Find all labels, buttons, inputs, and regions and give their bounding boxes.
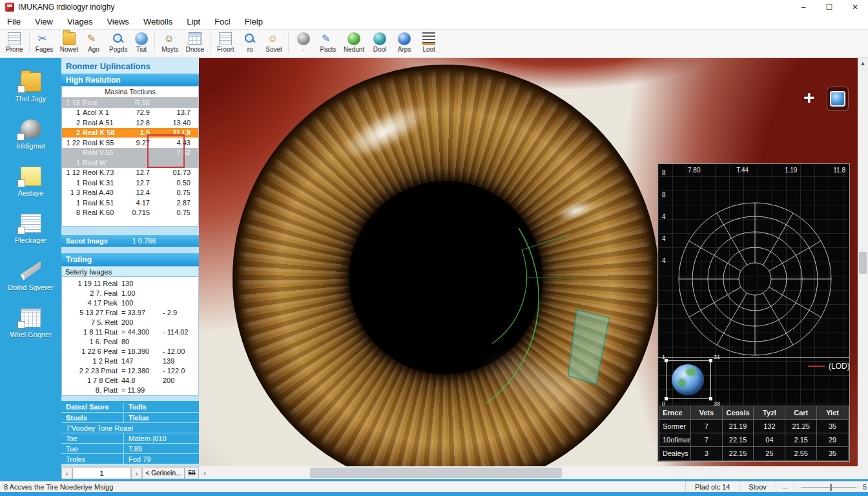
item-label: 1 8 11 Rtat (62, 328, 121, 336)
table-row[interactable]: 1 Real W (62, 158, 198, 168)
detail-row: Toe Matern |010 (61, 433, 199, 443)
item-label: 5 13 27 Fral (62, 309, 121, 316)
toolbar-button[interactable]: ro (238, 32, 262, 53)
menu-item[interactable]: View (28, 14, 60, 30)
menu-item[interactable]: Flelp (238, 14, 270, 30)
globe-selection-box[interactable] (666, 360, 711, 399)
desktop-shortcut[interactable]: Inldigmet (0, 119, 61, 150)
table-row[interactable]: 1 Real K.51 4.17 2.87 (62, 198, 198, 208)
list-item[interactable]: 8. Platt = 11.99 (62, 385, 198, 395)
toolbar-button[interactable]: Froort (213, 32, 238, 53)
resize-handle[interactable] (709, 359, 712, 362)
toolbar-button[interactable]: Tiut (130, 32, 155, 53)
list-item[interactable]: 1 22 6 Peal = 18.390 - 12.00 (62, 346, 198, 356)
item-label: 1 6. Peal (62, 338, 121, 346)
table-row[interactable]: 1 Real K.31 12.7 0.50 (62, 178, 198, 188)
table-row[interactable]: 1 3 Real A.40 12.4 0.75 (62, 188, 198, 198)
toolbar-button[interactable]: Pacts (316, 32, 340, 53)
table-row[interactable]: 1 22 Real K 55 9.27 4.43 (62, 138, 198, 148)
list-item[interactable]: 2 7. Feal 1.00 (62, 288, 198, 298)
minimize-button[interactable]: – (790, 0, 816, 14)
toolbar-button[interactable]: - (291, 32, 316, 53)
list-item[interactable]: 2 2 23 Pmat = 12.380 - 122.0 (62, 366, 198, 375)
row-value-2: 7.62 (150, 149, 191, 156)
menu-item[interactable]: Viages (60, 14, 100, 30)
horizontal-scroll-thumb[interactable] (310, 468, 562, 478)
row-name: Reol V.55 (83, 149, 123, 156)
toolbar-button[interactable]: Dool (367, 32, 392, 53)
menu-item[interactable]: Views (99, 14, 136, 30)
menu-item[interactable]: Focl (207, 14, 238, 30)
menu-item[interactable]: Lipt (180, 14, 207, 30)
detail-key: Tue (61, 445, 123, 453)
toolbar-button[interactable]: Ago (81, 32, 106, 53)
toolbar-button[interactable]: Pogds (106, 32, 130, 53)
desktop-shortcut[interactable]: Aestaye (0, 167, 61, 197)
maximize-button[interactable]: ☐ (816, 0, 842, 14)
detail-rows: Stuels Tielue T'Voodey Tone Roael Toe Ma… (61, 412, 199, 464)
menu-item[interactable]: File (0, 14, 28, 30)
table-row[interactable]: 2 Real K 58 1.5 11 L9 (62, 128, 198, 138)
toolbar-button[interactable]: Nedunt (340, 32, 367, 53)
page-prev-button[interactable]: ‹ (61, 468, 72, 479)
stats-cell: 3 (690, 447, 722, 460)
detail-row: Stuels Tielue (61, 412, 199, 422)
toolbar-button[interactable]: Msyts (158, 32, 182, 53)
axis-tick-label: 4 (662, 235, 666, 242)
toolbar-button[interactable]: Dnose (182, 32, 211, 53)
row-value-1: 12.7 (123, 179, 150, 187)
table-row[interactable]: 1 12 Reol K.73 12.7 01.73 (62, 168, 198, 178)
vertical-scroll-thumb[interactable] (859, 252, 867, 274)
item-label: 1 22 6 Peal (62, 347, 121, 355)
toolbar-button[interactable]: Sovet (262, 32, 289, 53)
list-item[interactable]: 1 8 11 Rtat = 44.300 - 114.02 (62, 327, 198, 336)
globe-blue-icon (398, 32, 411, 45)
menu-item[interactable]: Wetiolls (136, 14, 180, 30)
vertical-scrollbar[interactable]: ▲ (858, 58, 868, 479)
desktop-shortcut[interactable]: Woel Gogner (0, 308, 61, 338)
list-item[interactable]: 1 6. Peal 80 (62, 336, 198, 346)
list-item[interactable]: 4 17 Ptek 100 (62, 298, 198, 307)
table-row[interactable]: Reol V.55 7.62 (62, 148, 198, 158)
globe-box-label-tl: 1 (662, 354, 665, 360)
list-item[interactable]: 1 19 11 Real 130 (62, 278, 198, 288)
scroll-up-arrow[interactable]: ▲ (858, 58, 868, 68)
stats-header-cell: Vets (690, 406, 722, 420)
toolbar-button[interactable]: Nowet (57, 32, 81, 53)
horizontal-scrollbar[interactable]: ‹ (199, 466, 858, 479)
table-row[interactable]: 1 15 Peal R.58 (62, 98, 198, 108)
toolbar-button[interactable]: Arps (392, 32, 417, 53)
scroll-left-arrow[interactable]: ‹ (199, 466, 211, 479)
zoom-slider-knob[interactable] (830, 484, 832, 491)
nav-tool-button[interactable]: 59 (185, 468, 199, 479)
browse-button[interactable]: < Gerloein... (142, 468, 185, 479)
sheet-icon (21, 308, 41, 327)
thumbnail-app-icon[interactable] (827, 87, 849, 111)
table-row[interactable]: 2 Real A.51 12.8 13.40 (62, 118, 198, 128)
resize-handle[interactable] (709, 397, 712, 400)
zoom-slider[interactable] (794, 482, 863, 492)
toolbar-button-label: Fages (36, 46, 54, 53)
close-button[interactable]: ✕ (842, 0, 868, 14)
page-next-button[interactable]: › (131, 468, 142, 479)
sacot-value: 1 0.766 (132, 237, 156, 245)
page-number-field[interactable]: 1 (72, 468, 131, 479)
desktop-shortcut[interactable]: Dolnd Sgverer (0, 261, 61, 291)
toolbar-button[interactable]: Prone (3, 32, 30, 53)
detail-row: Troles Fod 79 (61, 453, 199, 464)
desktop-shortcut-label: Aestaye (18, 189, 44, 197)
table-row[interactable]: 1 Acol X 1 72.9 13.7 (62, 108, 198, 118)
table-row[interactable]: 8 Real K.60 0.715 0.75 (62, 208, 198, 218)
row-value-2: 01.73 (150, 169, 191, 176)
item-value-1: = 12.380 (121, 367, 163, 375)
desktop-shortcut[interactable]: Thel Jagy (0, 72, 61, 103)
list-item[interactable]: 5 13 27 Fral = 33.97 - 2.9 (62, 307, 198, 317)
toolbar-button[interactable]: Fages (32, 32, 57, 53)
zoom-slider-track[interactable] (801, 487, 856, 488)
list-item[interactable]: 1 7 8 Celt 44.8 200 (62, 375, 198, 385)
list-item[interactable]: 1 2 Rett 147 139 (62, 356, 198, 366)
item-label: 1 19 11 Real (62, 280, 121, 287)
desktop-shortcut[interactable]: Pleckager (0, 214, 61, 244)
toolbar-button[interactable]: Loot (417, 32, 441, 53)
list-item[interactable]: 7 5. Relt 200 (62, 317, 198, 327)
